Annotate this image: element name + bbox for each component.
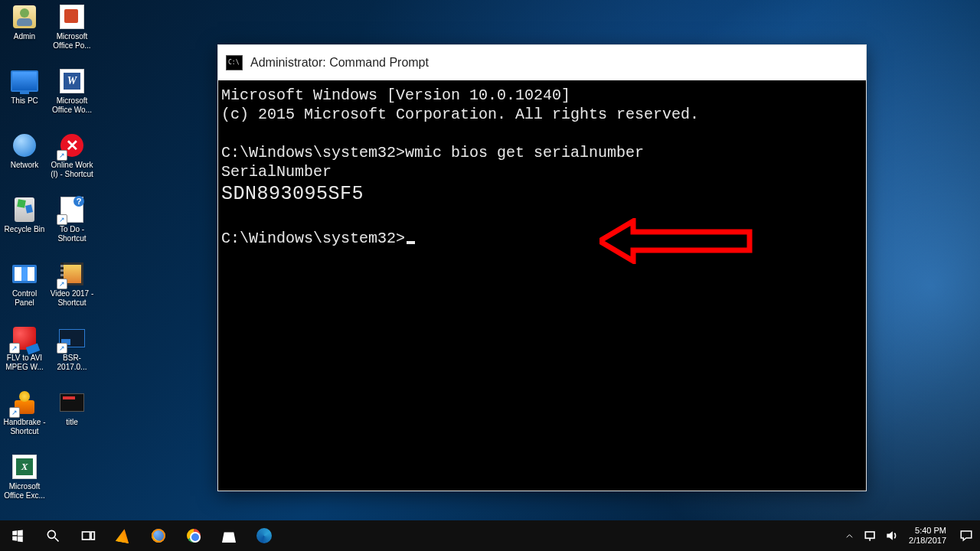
desktop-icon-powerpoint[interactable]: Microsoft Office Po...	[49, 2, 95, 61]
tray-volume-button[interactable]	[881, 520, 903, 551]
terminal-prompt: C:\Windows\system32>	[221, 144, 405, 161]
notification-icon	[959, 529, 973, 543]
desktop-icon-title[interactable]: title	[49, 387, 95, 447]
icon-label: Recycle Bin	[5, 225, 45, 234]
shortcut-overlay-icon	[9, 343, 20, 354]
icon-label: BSR-2017.0...	[49, 354, 95, 372]
icon-label: title	[66, 418, 78, 427]
desktop-icon-recycle-bin[interactable]: Recycle Bin	[2, 194, 47, 254]
desktop-icon-admin[interactable]: Admin	[2, 2, 47, 61]
desktop-icon-excel[interactable]: XMicrosoft Office Exc...	[2, 452, 47, 511]
svg-point-1	[47, 530, 55, 538]
task-view-button[interactable]	[70, 520, 106, 551]
svg-rect-3	[83, 532, 90, 540]
terminal-command: wmic bios get serialnumber	[405, 144, 644, 161]
desktop-icon-this-pc[interactable]: This PC	[2, 66, 47, 126]
serial-number-value: SDN893095SF5	[221, 184, 364, 204]
shortcut-overlay-icon	[9, 407, 20, 418]
taskbar-app-edge[interactable]	[247, 520, 282, 551]
desktop-icon-word[interactable]: WMicrosoft Office Wo...	[49, 66, 95, 126]
desktop-wallpaper[interactable]: Admin This PC Network Recycle Bin Contro…	[0, 0, 980, 520]
command-prompt-window[interactable]: Administrator: Command Prompt Microsoft …	[217, 44, 867, 491]
desktop-icon-network[interactable]: Network	[2, 130, 47, 190]
terminal-output-header: SerialNumber	[221, 163, 332, 181]
icon-label: Network	[11, 161, 39, 170]
terminal-cursor	[407, 241, 415, 244]
icon-label: Admin	[14, 32, 35, 41]
icon-label: To Do - Shortcut	[49, 225, 95, 243]
shortcut-overlay-icon	[57, 150, 67, 161]
desktop-icon-handbrake[interactable]: Handbrake - Shortcut	[2, 387, 47, 447]
chrome-icon	[187, 529, 201, 543]
clock-date: 2/18/2017	[909, 536, 946, 546]
svg-line-2	[55, 538, 59, 542]
icon-label: Online Work (I) - Shortcut	[49, 161, 95, 179]
window-title: Administrator: Command Prompt	[250, 56, 429, 70]
taskbar-app-store[interactable]	[211, 520, 247, 551]
taskbar-clock[interactable]: 5:40 PM 2/18/2017	[903, 526, 952, 546]
desktop-icon-flv-converter[interactable]: FLV to AVI MPEG W...	[2, 323, 47, 383]
chevron-up-icon	[845, 532, 854, 540]
desktop-icon-todo[interactable]: To Do - Shortcut	[49, 194, 95, 254]
terminal-output[interactable]: Microsoft Windows [Version 10.0.10240] (…	[218, 81, 866, 491]
system-tray: 5:40 PM 2/18/2017	[838, 520, 980, 551]
svg-rect-4	[91, 532, 94, 540]
desktop-icons-area: Admin This PC Network Recycle Bin Contro…	[2, 2, 109, 516]
windows-logo-icon	[11, 529, 24, 543]
icon-label: Video 2017 - Shortcut	[49, 289, 95, 308]
action-center-button[interactable]	[952, 520, 980, 551]
terminal-line: (c) 2015 Microsoft Corporation. All righ…	[221, 106, 699, 123]
shortcut-overlay-icon	[57, 279, 67, 289]
task-view-icon	[80, 528, 96, 543]
cmd-icon	[226, 55, 243, 70]
clock-time: 5:40 PM	[909, 526, 946, 536]
taskbar-app-chrome[interactable]	[176, 520, 211, 551]
tray-overflow-button[interactable]	[838, 520, 860, 551]
icon-label: Handbrake - Shortcut	[2, 418, 47, 436]
network-icon	[863, 528, 878, 543]
search-icon	[45, 528, 60, 543]
desktop-icon-online-work[interactable]: ✕Online Work (I) - Shortcut	[49, 130, 95, 190]
edge-icon	[256, 528, 272, 543]
shortcut-overlay-icon	[57, 214, 67, 225]
desktop-icon-control-panel[interactable]: Control Panel	[2, 259, 47, 318]
start-button[interactable]	[0, 520, 35, 551]
winamp-icon	[116, 528, 132, 544]
taskbar: 5:40 PM 2/18/2017	[0, 520, 980, 551]
icon-label: Microsoft Office Exc...	[2, 482, 47, 500]
search-button[interactable]	[35, 520, 70, 551]
terminal-prompt: C:\Windows\system32>	[221, 230, 405, 247]
svg-rect-5	[865, 532, 874, 538]
tray-network-button[interactable]	[860, 520, 881, 551]
taskbar-app-winamp[interactable]	[106, 520, 141, 551]
icon-label: Microsoft Office Wo...	[49, 96, 95, 115]
terminal-line: Microsoft Windows [Version 10.0.10240]	[221, 86, 570, 104]
window-titlebar[interactable]: Administrator: Command Prompt	[218, 45, 866, 80]
shortcut-overlay-icon	[57, 343, 67, 354]
icon-label: FLV to AVI MPEG W...	[2, 354, 47, 372]
icon-label: Control Panel	[2, 289, 47, 308]
icon-label: This PC	[11, 96, 38, 106]
desktop-icon-bsr[interactable]: BSR-2017.0...	[49, 323, 95, 383]
volume-icon	[884, 528, 900, 543]
firefox-icon	[152, 529, 165, 543]
icon-label: Microsoft Office Po...	[49, 32, 95, 51]
taskbar-app-firefox[interactable]	[141, 520, 176, 551]
desktop-icon-video-2017[interactable]: Video 2017 - Shortcut	[49, 259, 95, 318]
store-icon	[222, 529, 236, 543]
